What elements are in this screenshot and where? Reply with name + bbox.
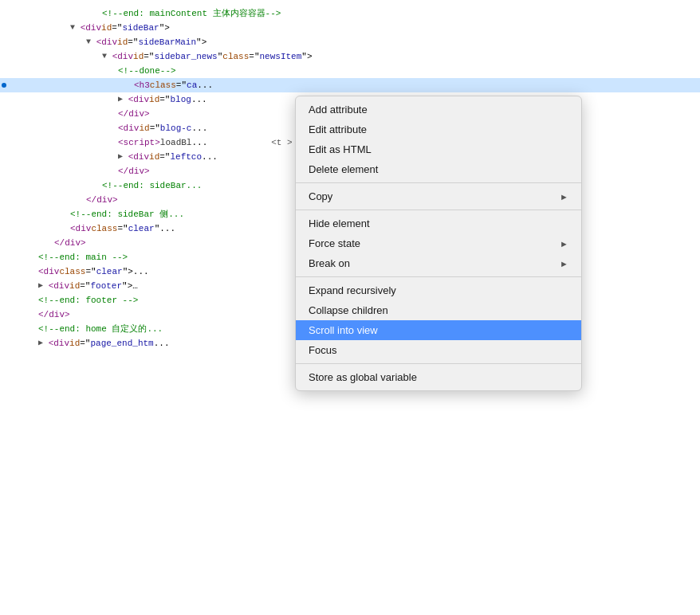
force-state-item[interactable]: Force state ► — [296, 233, 581, 253]
hide-element-label: Hide element — [309, 217, 370, 229]
add-attribute-label: Add attribute — [309, 104, 368, 116]
break-on-label: Break on — [309, 257, 350, 269]
collapse-children-item[interactable]: Collapse children — [296, 300, 581, 320]
expand-recursively-label: Expand recursively — [309, 284, 396, 296]
code-line-5: <!--done--> — [0, 64, 700, 78]
menu-section-store: Store as global variable — [296, 364, 581, 390]
code-line-1: <!--end: mainContent 主体内容容器--> — [0, 6, 700, 21]
menu-section-copy: Copy ► — [296, 183, 581, 210]
delete-element-item[interactable]: Delete element — [296, 159, 581, 179]
force-state-label: Force state — [309, 237, 360, 249]
scroll-into-view-item[interactable]: Scroll into view — [296, 320, 581, 340]
breakpoint-dot — [2, 83, 6, 88]
break-on-item[interactable]: Break on ► — [296, 253, 581, 273]
code-line-6: <h3 class="ca... — [0, 78, 700, 92]
break-on-arrow-icon: ► — [560, 259, 568, 268]
copy-item[interactable]: Copy ► — [296, 186, 581, 206]
code-line-3: ▼ <div id="sideBarMain"> — [0, 35, 700, 49]
copy-label: Copy — [309, 190, 332, 202]
force-state-arrow-icon: ► — [560, 239, 568, 249]
code-line-2: ▼ <div id="sideBar"> — [0, 21, 700, 35]
code-line-4: ▼ <div id="sidebar_news" class="newsItem… — [0, 49, 700, 64]
store-global-item[interactable]: Store as global variable — [296, 367, 581, 387]
edit-html-label: Edit as HTML — [309, 143, 372, 155]
hide-element-item[interactable]: Hide element — [296, 213, 581, 233]
scroll-into-view-label: Scroll into view — [309, 324, 378, 336]
copy-arrow-icon: ► — [560, 192, 568, 202]
delete-element-label: Delete element — [309, 163, 378, 175]
menu-section-navigation: Expand recursively Collapse children Scr… — [296, 277, 581, 364]
menu-section-attributes: Add attribute Edit attribute Edit as HTM… — [296, 96, 581, 183]
edit-html-item[interactable]: Edit as HTML — [296, 139, 581, 159]
focus-label: Focus — [309, 344, 336, 356]
store-global-label: Store as global variable — [309, 371, 417, 383]
edit-attribute-label: Edit attribute — [309, 123, 367, 135]
code-text-1: <!--end: mainContent 主体内容容器--> — [102, 6, 281, 21]
focus-item[interactable]: Focus — [296, 340, 581, 360]
context-menu: Add attribute Edit attribute Edit as HTM… — [295, 96, 582, 391]
expand-recursively-item[interactable]: Expand recursively — [296, 280, 581, 300]
menu-section-element-ops: Hide element Force state ► Break on ► — [296, 210, 581, 277]
add-attribute-item[interactable]: Add attribute — [296, 100, 581, 119]
collapse-children-label: Collapse children — [309, 304, 388, 316]
edit-attribute-item[interactable]: Edit attribute — [296, 119, 581, 139]
